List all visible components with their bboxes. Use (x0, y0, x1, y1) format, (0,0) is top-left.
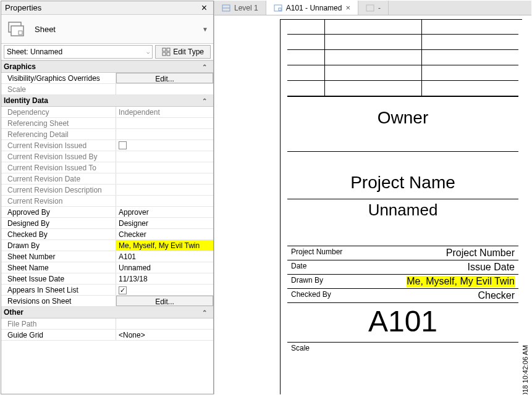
vg-edit-button[interactable]: Edit... (116, 73, 213, 83)
titleblock: Owner Project Name Unnamed Project Numbe… (287, 96, 518, 375)
checkbox-checked-icon[interactable]: ✓ (119, 286, 127, 294)
sheet-icon (274, 4, 282, 12)
tb-scale: Scale (287, 343, 518, 375)
tb-project: Project Name (287, 152, 518, 199)
sheet-canvas[interactable]: Owner Project Name Unnamed Project Numbe… (214, 15, 531, 394)
tab-a101[interactable]: A101 - Unnamed × (266, 1, 358, 15)
row-file-path[interactable]: File Path (1, 318, 213, 330)
row-cur-rev-date[interactable]: Current Revision Date (1, 173, 213, 185)
svg-rect-5 (163, 52, 166, 56)
chevron-down-icon: ⌵ (146, 49, 150, 55)
tab-label: A101 - Unnamed (286, 4, 342, 12)
tb-sheet-name: Unnamed (287, 199, 518, 246)
row-drawn-by[interactable]: Drawn ByMe, Myself, My Evil Twin (1, 240, 213, 251)
edit-type-button[interactable]: Edit Type (155, 45, 211, 59)
row-scale[interactable]: Scale (1, 84, 213, 95)
row-designed-by[interactable]: Designed ByDesigner (1, 218, 213, 229)
edit-type-label: Edit Type (173, 48, 204, 56)
checkbox-unchecked-icon (119, 141, 127, 149)
group-other[interactable]: Other⌃ (1, 307, 213, 318)
tab-label: Level 1 (234, 4, 258, 12)
revisions-edit-button[interactable]: Edit... (116, 296, 213, 306)
chevron-down-icon: ▼ (202, 26, 208, 33)
tb-project-number: Project NumberProject Number (287, 246, 518, 260)
collapse-icon: ⌃ (202, 64, 211, 70)
group-graphics[interactable]: Graphics⌃ (1, 61, 213, 73)
row-checked-by[interactable]: Checked ByChecker (1, 229, 213, 240)
sheet-icon (6, 20, 27, 38)
revision-schedule (287, 19, 518, 96)
instance-label: Sheet: Unnamed (7, 48, 62, 56)
instance-selector[interactable]: Sheet: Unnamed ⌵ (4, 45, 153, 59)
tab-blank[interactable]: - (358, 1, 389, 15)
type-label: Sheet (35, 25, 195, 34)
row-appears-in-sheet-list[interactable]: Appears In Sheet List✓ (1, 285, 213, 296)
view-tabs: Level 1 A101 - Unnamed × - (214, 1, 531, 15)
close-icon[interactable]: × (199, 4, 209, 12)
print-date: 11/13/2018 10:42:06 AM (521, 345, 529, 394)
row-referencing-detail[interactable]: Referencing Detail (1, 129, 213, 140)
row-approved-by[interactable]: Approved ByApprover (1, 207, 213, 218)
row-cur-rev-desc[interactable]: Current Revision Description (1, 185, 213, 196)
row-cur-rev-issued[interactable]: Current Revision Issued (1, 140, 213, 151)
tab-label: - (378, 4, 381, 12)
svg-rect-4 (167, 48, 170, 51)
type-selector[interactable]: Sheet ▼ (1, 15, 213, 44)
property-grid: Graphics⌃ Visibility/Graphics OverridesE… (1, 60, 213, 394)
group-identity[interactable]: Identity Data⌃ (1, 95, 213, 107)
row-cur-rev-issued-to[interactable]: Current Revision Issued To (1, 162, 213, 173)
row-sheet-number[interactable]: Sheet NumberA101 (1, 251, 213, 262)
view-plan-icon (222, 4, 230, 12)
tb-checked-by: Checked ByChecker (287, 289, 518, 303)
tb-date: DateIssue Date (287, 260, 518, 275)
properties-panel: Properties × Sheet ▼ Sheet: Unnamed ⌵ Ed… (1, 1, 214, 394)
panel-titlebar: Properties × (1, 1, 213, 15)
row-dependency[interactable]: DependencyIndependent (1, 107, 213, 118)
svg-rect-11 (366, 5, 374, 11)
row-cur-rev[interactable]: Current Revision (1, 196, 213, 207)
row-sheet-issue-date[interactable]: Sheet Issue Date11/13/18 (1, 273, 213, 285)
svg-rect-10 (279, 8, 281, 10)
tb-sheet-number: A101 (287, 303, 518, 343)
tb-drawn-by: Drawn ByMe, Myself, My Evil Twin (287, 275, 518, 289)
row-cur-rev-issued-by[interactable]: Current Revision Issued By (1, 151, 213, 162)
panel-title: Properties (5, 3, 41, 12)
row-vg-overrides[interactable]: Visibility/Graphics OverridesEdit... (1, 73, 213, 84)
close-icon[interactable]: × (345, 3, 350, 12)
row-revisions-on-sheet[interactable]: Revisions on SheetEdit... (1, 296, 213, 307)
view-area: Level 1 A101 - Unnamed × - (214, 1, 531, 394)
tab-level-1[interactable]: Level 1 (214, 1, 266, 15)
svg-rect-3 (163, 48, 166, 51)
row-guide-grid[interactable]: Guide Grid<None> (1, 330, 213, 341)
collapse-icon: ⌃ (202, 98, 211, 104)
collapse-icon: ⌃ (202, 309, 211, 316)
sheet-icon (366, 4, 374, 12)
tb-owner: Owner (287, 97, 518, 152)
svg-rect-6 (167, 52, 170, 56)
instance-row: Sheet: Unnamed ⌵ Edit Type (1, 44, 213, 60)
row-referencing-sheet[interactable]: Referencing Sheet (1, 118, 213, 129)
row-sheet-name[interactable]: Sheet NameUnnamed (1, 262, 213, 273)
